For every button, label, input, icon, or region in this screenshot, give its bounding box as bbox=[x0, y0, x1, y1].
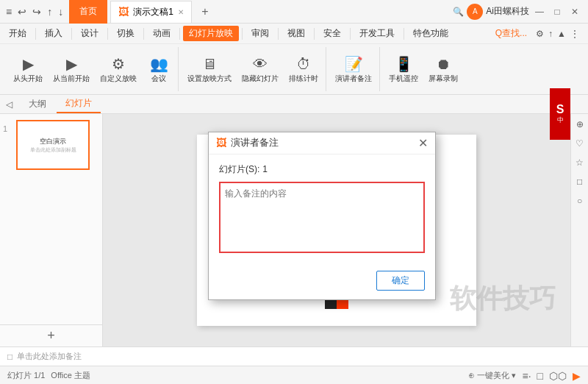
normal-view-icon[interactable]: □ bbox=[537, 370, 543, 382]
ribbon: 开始 插入 设计 切换 动画 幻灯片放映 审阅 视图 安全 开发工具 特色功能 … bbox=[0, 24, 588, 95]
close-btn[interactable]: ✕ bbox=[567, 4, 582, 19]
speaker-notes-dialog: 🖼 演讲者备注 ✕ 幻灯片(S): 1 确定 bbox=[208, 132, 436, 300]
phone-remote-btn[interactable]: 📱 手机遥控 bbox=[384, 49, 423, 90]
collapse-panel-btn[interactable]: ◁ bbox=[6, 99, 12, 110]
dialog-overlay: 🖼 演讲者备注 ✕ 幻灯片(S): 1 确定 bbox=[103, 114, 570, 346]
undo-btn[interactable]: ↩ bbox=[16, 4, 28, 19]
canvas-area: S 中 软件技巧 🖼 演讲者备注 ✕ bbox=[103, 114, 570, 346]
slide-sidebar: 1 空白演示 单击此处添加副标题 + bbox=[0, 114, 103, 346]
speaker-notes-btn[interactable]: 📝 演讲者备注 bbox=[331, 49, 376, 90]
menu-item-security[interactable]: 安全 bbox=[318, 26, 347, 41]
status-right: ⊕ 一键美化 ▾ ≡· □ ⬡⬡ ▶ bbox=[468, 370, 581, 382]
setup-icon: 🖥 bbox=[202, 56, 217, 73]
setup-show-btn[interactable]: 🖥 设置放映方式 bbox=[183, 49, 236, 90]
redo-btn[interactable]: ↪ bbox=[31, 4, 43, 19]
user-label: Ai田螺科技 bbox=[486, 5, 529, 18]
hide-slide-label: 隐藏幻灯片 bbox=[242, 74, 279, 83]
beautify-btn[interactable]: ⊕ 一键美化 ▾ bbox=[468, 370, 516, 381]
separator2 bbox=[71, 28, 72, 40]
play-view-icon[interactable]: ▶ bbox=[573, 370, 581, 382]
menu-item-start[interactable]: 开始 bbox=[3, 26, 32, 41]
dialog-title: 演讲者备注 bbox=[231, 136, 414, 149]
ribbon-right-icons: ⚙ ↑ ▲ ⋮ bbox=[536, 29, 579, 39]
right-icon-3[interactable]: ☆ bbox=[573, 155, 587, 170]
ribbon-toolbar: ▶ 从头开始 ▶ 从当前开始 ⚙ 自定义放映 👥 会议 🖥 设置放映方式 � bbox=[0, 44, 588, 94]
menu-item-animation[interactable]: 动画 bbox=[147, 26, 176, 41]
meeting-btn[interactable]: 👥 会议 bbox=[143, 49, 175, 90]
menu-item-feature[interactable]: 特色功能 bbox=[407, 26, 454, 41]
play-icon: ▶ bbox=[23, 55, 34, 73]
hide-icon: 👁 bbox=[253, 56, 268, 73]
search-icon[interactable]: 🔍 bbox=[453, 7, 464, 17]
right-icon-1[interactable]: ⊕ bbox=[573, 117, 587, 132]
custom-show-btn[interactable]: ⚙ 自定义放映 bbox=[96, 49, 141, 90]
doc-close-icon[interactable]: ✕ bbox=[178, 8, 184, 16]
up-btn[interactable]: ↑ bbox=[46, 4, 54, 19]
separator6 bbox=[242, 28, 243, 40]
menu-item-slideshow[interactable]: 幻灯片放映 bbox=[183, 26, 239, 41]
ribbon-icon2[interactable]: ↑ bbox=[548, 29, 553, 39]
add-slide-btn[interactable]: + bbox=[0, 324, 102, 346]
main-content: 1 空白演示 单击此处添加副标题 + S 中 bbox=[0, 114, 588, 346]
menu-item-search[interactable]: Q查找... bbox=[490, 26, 533, 41]
separator bbox=[35, 28, 36, 40]
dialog-close-btn[interactable]: ✕ bbox=[418, 136, 428, 150]
menu-item-review[interactable]: 审阅 bbox=[245, 26, 275, 41]
notes-bar-icon: □ bbox=[7, 352, 12, 362]
menu-item-insert[interactable]: 插入 bbox=[39, 26, 68, 41]
playback-group: ▶ 从头开始 ▶ 从当前开始 ⚙ 自定义放映 👥 会议 bbox=[6, 47, 179, 91]
tab-home[interactable]: 首页 bbox=[69, 0, 107, 24]
dialog-confirm-btn[interactable]: 确定 bbox=[376, 271, 425, 291]
custom-icon: ⚙ bbox=[112, 55, 125, 73]
screen-record-label: 屏幕录制 bbox=[429, 74, 458, 83]
dialog-footer: 确定 bbox=[209, 271, 435, 299]
separator8 bbox=[314, 28, 315, 40]
right-icon-4[interactable]: □ bbox=[573, 174, 587, 189]
menu-item-switch[interactable]: 切换 bbox=[111, 26, 140, 41]
notes-placeholder[interactable]: 单击此处添加备注 bbox=[17, 351, 82, 362]
tab-outline[interactable]: 大纲 bbox=[20, 96, 55, 113]
dialog-slide-label: 幻灯片(S): bbox=[219, 163, 259, 176]
ribbon-more[interactable]: ⋮ bbox=[570, 29, 579, 39]
ribbon-icon1[interactable]: ⚙ bbox=[536, 29, 544, 39]
dialog-title-bar: 🖼 演讲者备注 ✕ bbox=[209, 132, 435, 154]
theme-info: Office 主题 bbox=[51, 370, 90, 381]
ribbon-icon3[interactable]: ▲ bbox=[557, 29, 566, 39]
dialog-body: 幻灯片(S): 1 bbox=[209, 154, 435, 271]
minimize-btn[interactable]: — bbox=[532, 4, 547, 19]
dialog-notes-input[interactable] bbox=[220, 183, 423, 249]
separator10 bbox=[404, 28, 404, 40]
screen-record-btn[interactable]: ⏺ 屏幕录制 bbox=[424, 49, 462, 90]
hide-slide-btn[interactable]: 👁 隐藏幻灯片 bbox=[237, 49, 283, 90]
start-from-current-btn[interactable]: ▶ 从当前开始 bbox=[49, 49, 94, 90]
slide-thumbnail-1[interactable]: 1 空白演示 单击此处添加副标题 bbox=[3, 120, 99, 170]
slide-preview-1[interactable]: 空白演示 单击此处添加副标题 bbox=[16, 120, 90, 170]
notes-icon: 📝 bbox=[345, 55, 363, 73]
setup-group: 🖥 设置放映方式 👁 隐藏幻灯片 ⏱ 排练计时 bbox=[180, 47, 326, 91]
menu-item-dev[interactable]: 开发工具 bbox=[354, 26, 401, 41]
tab-doc[interactable]: 🖼 演示文稿1 ✕ bbox=[110, 1, 192, 23]
slide-list: 1 空白演示 单击此处添加副标题 bbox=[0, 114, 102, 324]
dialog-doc-icon: 🖼 bbox=[216, 137, 226, 149]
right-icon-5[interactable]: ○ bbox=[573, 193, 587, 208]
menu-item-design[interactable]: 设计 bbox=[75, 26, 104, 41]
dialog-slide-number: 1 bbox=[262, 164, 268, 174]
add-tab-btn[interactable]: + bbox=[196, 3, 214, 21]
slide-info: 幻灯片 1/1 bbox=[7, 370, 45, 381]
user-avatar[interactable]: A bbox=[467, 4, 483, 20]
start-from-beginning-btn[interactable]: ▶ 从头开始 bbox=[9, 49, 47, 90]
maximize-btn[interactable]: □ bbox=[550, 4, 564, 19]
tab-slides[interactable]: 幻灯片 bbox=[57, 95, 101, 113]
down-btn[interactable]: ↓ bbox=[57, 4, 65, 19]
right-icon-2[interactable]: ♡ bbox=[573, 136, 587, 151]
menu-icon[interactable]: ≡ bbox=[4, 4, 13, 19]
list-view-icon[interactable]: ≡· bbox=[522, 370, 531, 382]
setup-show-label: 设置放映方式 bbox=[187, 74, 232, 83]
status-bar: 幻灯片 1/1 Office 主题 ⊕ 一键美化 ▾ ≡· □ ⬡⬡ ▶ bbox=[0, 366, 588, 384]
grid-view-icon[interactable]: ⬡⬡ bbox=[549, 370, 567, 382]
start-from-current-label: 从当前开始 bbox=[53, 74, 90, 83]
separator4 bbox=[143, 28, 144, 40]
doc-tab-label: 演示文稿1 bbox=[133, 6, 173, 18]
menu-item-view[interactable]: 视图 bbox=[282, 26, 311, 41]
rehearse-btn[interactable]: ⏱ 排练计时 bbox=[284, 49, 323, 90]
